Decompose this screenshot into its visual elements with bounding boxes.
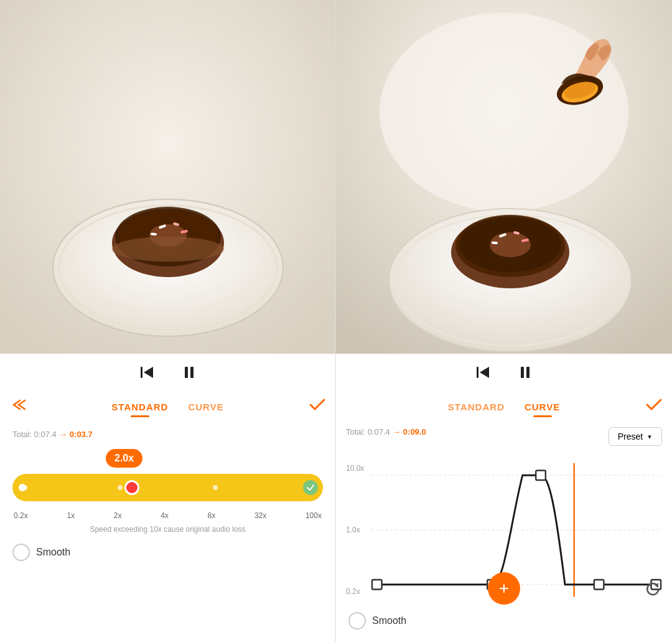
- preset-dropdown-arrow-icon: ▼: [646, 433, 653, 440]
- slider-track-wrap[interactable]: [12, 474, 323, 501]
- video-preview-right: [336, 0, 672, 354]
- speed-label-4: 8x: [208, 511, 216, 520]
- slider-dot-2: [118, 485, 123, 490]
- curve-panel: Total: 0:07.4 → 0:09.0 Preset ▼ 10.0x 1.…: [336, 422, 672, 642]
- svg-rect-36: [526, 367, 530, 378]
- svg-rect-44: [594, 580, 604, 590]
- y-label-mid: 1.0x: [346, 526, 364, 534]
- svg-rect-43: [536, 470, 546, 480]
- slider-dot-right: [303, 480, 318, 495]
- confirm-button-left[interactable]: [309, 398, 325, 415]
- speed-slider-thumb[interactable]: [124, 480, 139, 495]
- smooth-toggle-left[interactable]: [12, 544, 30, 561]
- speed-labels: 0.2x 1x 2x 4x 8x 32x 100x: [12, 511, 323, 520]
- tab-curve-right[interactable]: CURVE: [515, 397, 570, 417]
- speed-label-1: 1x: [67, 511, 75, 520]
- audio-warning: Speed exceeding 10x cause original audio…: [12, 525, 323, 534]
- right-panel: STANDARD CURVE Total: 0:07.4 → 0:09.0 Pr…: [336, 0, 672, 642]
- arrow-right: →: [393, 427, 401, 437]
- total-label-right: Total: 0:07.4: [346, 427, 390, 437]
- undo-button[interactable]: [645, 580, 662, 602]
- tab-standard-left[interactable]: STANDARD: [101, 397, 178, 417]
- new-time-right: 0:09.0: [403, 427, 426, 437]
- back-button-left[interactable]: [10, 398, 27, 415]
- total-label-left: Total: 0:07.4: [12, 430, 57, 439]
- speed-label-6: 100x: [306, 511, 322, 520]
- svg-rect-41: [372, 580, 382, 590]
- total-time-row-left: Total: 0:07.4 → 0:03.7: [12, 430, 323, 439]
- svg-marker-34: [480, 367, 489, 378]
- smooth-row-left: Smooth: [12, 544, 323, 561]
- standard-panel: Total: 0:07.4 → 0:03.7 2.0x: [0, 422, 335, 642]
- preset-label: Preset: [618, 432, 643, 441]
- svg-rect-35: [521, 367, 524, 378]
- speed-label-3: 4x: [161, 511, 169, 520]
- preset-button[interactable]: Preset ▼: [609, 427, 662, 446]
- tab-curve-left[interactable]: CURVE: [178, 397, 233, 417]
- slider-dot-left: [19, 484, 26, 491]
- svg-rect-16: [190, 367, 194, 378]
- pause-button-left[interactable]: [180, 364, 198, 381]
- speed-bubble-wrap: 2.0x: [12, 449, 323, 468]
- smooth-label-right: Smooth: [372, 615, 406, 626]
- svg-rect-13: [141, 367, 142, 378]
- svg-rect-33: [477, 367, 478, 378]
- confirm-button-right[interactable]: [646, 398, 662, 415]
- arrow-left: →: [59, 430, 67, 439]
- skip-to-start-button-left[interactable]: [138, 364, 156, 381]
- add-icon: +: [499, 578, 509, 598]
- speed-label-2: 2x: [114, 511, 122, 520]
- smooth-label-left: Smooth: [36, 547, 70, 558]
- y-label-bottom: 0.2x: [346, 587, 364, 596]
- left-panel: STANDARD CURVE Total: 0:07.4 → 0:03.7 2.…: [0, 0, 336, 642]
- y-label-top: 10.0x: [346, 464, 364, 473]
- tabs-right: STANDARD CURVE: [336, 391, 672, 422]
- svg-point-12: [112, 237, 224, 262]
- smooth-row-right: Smooth: [348, 612, 406, 630]
- svg-marker-14: [144, 367, 153, 378]
- svg-point-18: [380, 12, 628, 212]
- speed-label-0: 0.2x: [14, 511, 28, 520]
- y-axis-labels: 10.0x 1.0x 0.2x: [346, 461, 364, 598]
- new-time-left: 0:03.7: [70, 430, 93, 439]
- tab-standard-right[interactable]: STANDARD: [438, 397, 515, 417]
- video-preview-left: [0, 0, 335, 354]
- slider-dot-3: [213, 485, 218, 490]
- playback-controls-right: [336, 354, 672, 391]
- skip-to-start-button-right[interactable]: [474, 364, 492, 381]
- playback-controls-left: [0, 354, 335, 391]
- smooth-toggle-right[interactable]: [348, 612, 366, 630]
- svg-point-28: [490, 232, 531, 257]
- tabs-left: STANDARD CURVE: [0, 391, 335, 422]
- svg-rect-15: [185, 367, 188, 378]
- speed-label-5: 32x: [254, 511, 266, 520]
- speed-slider-track[interactable]: [12, 474, 323, 501]
- speed-bubble: 2.0x: [106, 449, 142, 468]
- slider-dots: [22, 485, 313, 490]
- add-button[interactable]: +: [488, 572, 520, 605]
- pause-button-right[interactable]: [516, 364, 534, 381]
